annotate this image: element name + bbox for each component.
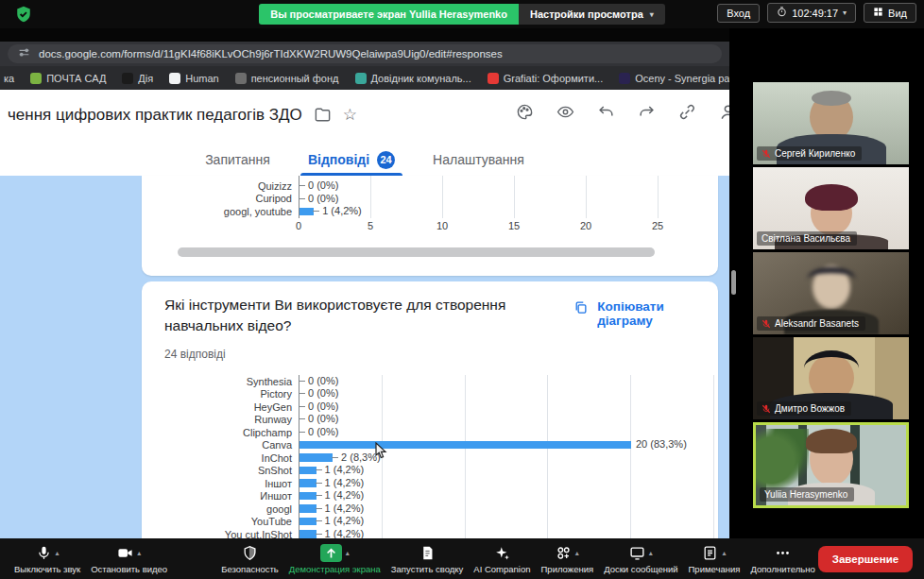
chart-bar bbox=[299, 504, 317, 513]
preview-eye-icon[interactable] bbox=[556, 103, 574, 121]
zoom-meeting-window: Вы просматриваете экран Yullia Herasymen… bbox=[0, 0, 924, 579]
chart-value-label: 1 (4,2%) bbox=[325, 477, 365, 490]
chart-bar bbox=[299, 453, 333, 462]
tab-responses[interactable]: Відповіді 24 bbox=[306, 142, 397, 176]
bookmark[interactable]: ка bbox=[4, 73, 14, 84]
star-icon[interactable]: ☆ bbox=[343, 105, 357, 125]
chart-bar bbox=[299, 467, 317, 475]
chart-value-label: 0 (0%) bbox=[308, 400, 338, 414]
tab-label: Відповіді bbox=[308, 152, 369, 167]
bookmark-label: Oceny - Synergia pa... bbox=[635, 73, 729, 84]
chart-category-label: HeyGen bbox=[142, 401, 299, 413]
chart-value-label: 1 (4,2%) bbox=[325, 489, 365, 502]
end-meeting-button[interactable]: Завершение bbox=[818, 546, 913, 572]
toolbar-apps-button[interactable]: ▴ Приложения bbox=[539, 542, 597, 576]
chart-card-partial: Quizizz 0 (0%) Curipod 0 (0%) googl, you… bbox=[142, 176, 718, 276]
chart-bar-row: Pictory 0 (0%) bbox=[142, 387, 718, 400]
bookmark[interactable]: Довідник комуналь... bbox=[355, 73, 471, 84]
site-info-icon[interactable] bbox=[18, 45, 30, 62]
meeting-timer[interactable]: 102:49:17 ▾ bbox=[767, 3, 856, 23]
participant-tile[interactable]: Yuliia Herasymenko bbox=[753, 422, 909, 508]
chart-bar-row: YouTube 1 (4,2%) bbox=[142, 515, 718, 528]
toolbar-security-button[interactable]: ▴ Безопасность bbox=[218, 542, 282, 576]
chart-callout-line bbox=[299, 393, 305, 394]
x-axis-tick-label: 10 bbox=[436, 220, 448, 231]
participant-tile[interactable]: Aleksandr Basanets bbox=[753, 252, 909, 334]
chart-bar-row: InChot 2 (8,3%) bbox=[142, 451, 718, 465]
move-to-folder-icon[interactable] bbox=[314, 106, 332, 124]
chart-bar-row: Curipod 0 (0%) bbox=[142, 193, 718, 206]
bookmark[interactable]: ПОЧТА САД bbox=[30, 73, 106, 84]
chart-bar-row: Synthesia 0 (0%) bbox=[142, 375, 718, 388]
toolbar-video-button[interactable]: ▴ Остановить видео bbox=[88, 542, 170, 576]
bar-chart: Synthesia 0 (0%) Pictory 0 (0%) HeyGen 0… bbox=[142, 375, 718, 538]
chart-bar-row: Иншот 1 (4,2%) bbox=[142, 489, 718, 502]
copy-chart-button[interactable]: Копіювати діаграму bbox=[573, 295, 705, 337]
redo-icon[interactable] bbox=[638, 103, 656, 121]
bookmark[interactable]: Grafiati: Оформити... bbox=[488, 73, 603, 84]
bookmark[interactable]: Human bbox=[169, 73, 218, 84]
bookmark-favicon bbox=[619, 73, 630, 84]
chart-bar bbox=[299, 492, 317, 501]
toolbar-summary-button[interactable]: ▴ Запустить сводку bbox=[388, 542, 466, 576]
chart-bar bbox=[299, 208, 314, 216]
participant-nameplate: Дмитро Вожжов bbox=[757, 401, 851, 416]
theme-palette-icon[interactable] bbox=[516, 103, 534, 121]
chart-category-label: InChot bbox=[142, 452, 299, 464]
sparkle-icon bbox=[494, 545, 510, 561]
form-tabs: Запитання Відповіді 24 Налаштування bbox=[0, 142, 729, 176]
zoom-toolbar: ▴ Выключить звук ▴ Остановить видео ▴ Бе… bbox=[0, 538, 924, 579]
login-button[interactable]: Вход bbox=[717, 4, 760, 23]
chevron-up-icon[interactable]: ▴ bbox=[722, 549, 726, 557]
tab-settings[interactable]: Налаштування bbox=[431, 142, 526, 176]
shield-icon bbox=[242, 545, 258, 561]
toolbar-item-label: Доски сообщений bbox=[604, 564, 677, 574]
toolbar-notes-button[interactable]: ▴ Примечания bbox=[686, 542, 744, 576]
copy-icon bbox=[573, 299, 588, 316]
zoom-top-bar: Вы просматриваете экран Yullia Herasymen… bbox=[0, 0, 924, 28]
link-icon[interactable] bbox=[678, 103, 696, 121]
toolbar-item-label: Дополнительно bbox=[750, 564, 814, 574]
chart-category-label: YouTube bbox=[142, 516, 299, 527]
browser-address-bar[interactable]: docs.google.com/forms/d/11gKI4f68iKLvOCh… bbox=[0, 42, 729, 66]
bookmark[interactable]: Oceny - Synergia pa... bbox=[619, 73, 729, 84]
chevron-up-icon[interactable]: ▴ bbox=[346, 549, 350, 557]
undo-icon[interactable] bbox=[597, 103, 615, 121]
bookmark[interactable]: пенсионный фонд bbox=[235, 73, 339, 84]
toolbar-mute-button[interactable]: ▴ Выключить звук bbox=[11, 542, 83, 576]
participant-tile[interactable]: Світлана Васильєва bbox=[753, 167, 909, 249]
chart-callout-line bbox=[316, 534, 322, 535]
horizontal-scrollbar[interactable] bbox=[178, 247, 655, 257]
participant-nameplate: Yuliia Herasymenko bbox=[760, 487, 854, 502]
toolbar-more-button[interactable]: ▴ Дополнительно bbox=[747, 542, 817, 576]
toolbar-item-label: Безопасность bbox=[221, 564, 279, 574]
chart-bar bbox=[299, 530, 317, 538]
chevron-up-icon[interactable]: ▴ bbox=[56, 549, 60, 557]
form-document-title[interactable]: чення цифрових практик педагогів ЗДО ☆ bbox=[8, 105, 357, 125]
bookmark[interactable]: Дія bbox=[122, 73, 153, 84]
chevron-up-icon[interactable]: ▴ bbox=[137, 549, 141, 557]
vertical-scrollbar-thumb[interactable] bbox=[731, 270, 736, 295]
timer-value: 102:49:17 bbox=[792, 8, 838, 19]
chevron-up-icon[interactable]: ▴ bbox=[649, 549, 653, 557]
chart-callout-line bbox=[299, 198, 305, 199]
chevron-down-icon: ▾ bbox=[843, 9, 847, 17]
toolbar-ai-companion-button[interactable]: ▴ AI Companion bbox=[471, 542, 533, 576]
view-settings-button[interactable]: Настройки просмотра ▾ bbox=[519, 4, 665, 25]
chart-bar-row: SnShot 1 (4,2%) bbox=[142, 464, 718, 477]
participant-name: Світлана Васильєва bbox=[761, 233, 850, 244]
participant-name: Aleksandr Basanets bbox=[775, 318, 859, 329]
toolbar-whiteboards-button[interactable]: ▴ Доски сообщений bbox=[601, 542, 680, 576]
chart-callout-line bbox=[316, 520, 322, 521]
participant-tile[interactable]: Сергей Кириленко bbox=[753, 82, 909, 164]
chevron-up-icon[interactable]: ▴ bbox=[575, 549, 579, 557]
more-icon bbox=[775, 545, 791, 561]
collaborator-icon[interactable] bbox=[719, 103, 729, 121]
toolbar-share-screen-button[interactable]: ▴ Демонстрация экрана bbox=[286, 542, 384, 576]
tab-questions[interactable]: Запитання bbox=[203, 142, 272, 176]
tab-label: Налаштування bbox=[433, 152, 524, 167]
view-button[interactable]: Вид bbox=[864, 3, 916, 23]
chart-category-label: Иншот bbox=[142, 490, 299, 502]
participant-tile[interactable]: Дмитро Вожжов bbox=[753, 337, 909, 419]
bookmark-label: Human bbox=[185, 73, 218, 84]
